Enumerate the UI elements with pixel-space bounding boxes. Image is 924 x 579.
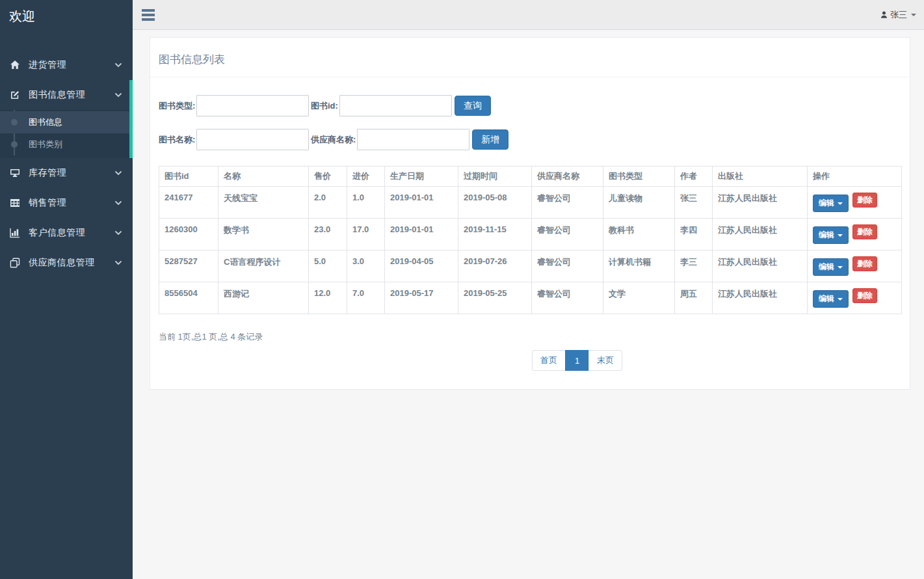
column-header: 图书id [159, 167, 218, 187]
column-header: 名称 [218, 167, 309, 187]
page-button-0[interactable]: 首页 [532, 350, 566, 371]
table-cell: 文学 [603, 282, 675, 314]
book-list-panel: 图书信息列表 图书类型: 图书id: 查询 图书名称: [150, 37, 910, 390]
user-name: 张三 [890, 9, 907, 21]
sidebar-block-3: 销售管理 [0, 188, 133, 218]
user-icon [880, 10, 888, 19]
chevron-down-icon [114, 91, 122, 99]
column-header: 出版社 [713, 167, 808, 187]
sidebar-item-5[interactable]: 供应商信息管理 [0, 248, 133, 278]
table-cell: 数学书 [218, 219, 309, 250]
table-cell: 江苏人民出版社 [713, 219, 808, 250]
sidebar-block-0: 进货管理 [0, 50, 133, 80]
chevron-down-icon [114, 61, 122, 69]
table-cell: 17.0 [347, 219, 385, 250]
actions-cell: 编辑删除 [808, 250, 902, 282]
divider [150, 77, 910, 77]
caret-down-icon [838, 234, 843, 237]
sidebar-item-label: 客户信息管理 [29, 227, 114, 239]
search-row-1: 图书类型: 图书id: 查询 [159, 95, 902, 116]
menu-toggle-icon[interactable] [142, 6, 155, 24]
chevron-down-icon [911, 14, 916, 16]
delete-button[interactable]: 删除 [852, 224, 877, 239]
table-cell: 2019-05-25 [458, 282, 532, 314]
sidebar: 欢迎 进货管理图书信息管理图书信息图书类别库存管理销售管理客户信息管理供应商信息… [0, 0, 133, 579]
sidebar-block-4: 客户信息管理 [0, 218, 133, 248]
page-title: 图书信息列表 [159, 52, 902, 67]
book-name-input[interactable] [196, 129, 309, 150]
edit-button[interactable]: 编辑 [813, 195, 849, 212]
column-header: 售价 [309, 167, 347, 187]
chevron-down-icon [114, 199, 122, 207]
sidebar-block-1: 图书信息管理图书信息图书类别 [0, 80, 133, 158]
table-cell: 教科书 [603, 219, 675, 250]
sidebar-item-label: 销售管理 [29, 197, 114, 209]
table-row: 5287527C语言程序设计5.03.02019-04-052019-07-26… [159, 250, 902, 282]
bar-chart-icon [10, 228, 21, 238]
sidebar-subitem-label: 图书类别 [29, 139, 62, 150]
table-cell: 天线宝宝 [218, 187, 309, 219]
content-area: 图书信息列表 图书类型: 图书id: 查询 图书名称: [133, 30, 924, 390]
edit-button[interactable]: 编辑 [813, 290, 849, 308]
sidebar-item-3[interactable]: 销售管理 [0, 188, 133, 218]
sidebar-item-1[interactable]: 图书信息管理 [0, 80, 133, 110]
table-cell: 睿智公司 [532, 219, 603, 250]
table-cell: 2019-07-26 [458, 250, 532, 282]
sidebar-item-2[interactable]: 库存管理 [0, 158, 133, 188]
column-header: 作者 [675, 167, 713, 187]
sidebar-item-4[interactable]: 客户信息管理 [0, 218, 133, 248]
sidebar-subitem-1-0[interactable]: 图书信息 [0, 111, 133, 133]
edit-button-label: 编辑 [819, 262, 834, 273]
edit-button[interactable]: 编辑 [813, 258, 849, 276]
table-cell: 1.0 [347, 187, 385, 219]
dot-icon [11, 119, 18, 126]
query-button[interactable]: 查询 [455, 96, 491, 116]
column-header: 供应商名称 [532, 167, 603, 187]
column-header: 操作 [808, 167, 902, 187]
user-menu[interactable]: 张三 [880, 9, 916, 21]
table-cell: 2019-05-17 [385, 282, 458, 314]
sidebar-menu: 进货管理图书信息管理图书信息图书类别库存管理销售管理客户信息管理供应商信息管理 [0, 50, 133, 278]
table-cell: 西游记 [218, 282, 309, 314]
table-cell: 2019-04-05 [385, 250, 458, 282]
table-cell: 2019-01-01 [385, 219, 458, 250]
add-button[interactable]: 新增 [472, 129, 508, 150]
edit-button-label: 编辑 [819, 230, 834, 241]
topbar: 张三 [133, 0, 924, 30]
delete-button[interactable]: 删除 [852, 256, 877, 271]
sidebar-subitem-label: 图书信息 [29, 116, 62, 128]
table-cell: 计算机书籍 [603, 250, 675, 282]
edit-button[interactable]: 编辑 [813, 226, 849, 244]
page-button-1[interactable]: 1 [565, 350, 589, 371]
book-table: 图书id名称售价进价生产日期过期时间供应商名称图书类型作者出版社操作241677… [159, 166, 902, 314]
sidebar-item-0[interactable]: 进货管理 [0, 50, 133, 80]
table-cell: 睿智公司 [532, 250, 603, 282]
table-cell: 8556504 [159, 282, 218, 314]
page-button-2[interactable]: 末页 [588, 350, 622, 371]
copy-icon [10, 258, 21, 268]
sidebar-block-2: 库存管理 [0, 158, 133, 188]
caret-down-icon [838, 266, 843, 269]
search-row-2: 图书名称: 供应商名称: 新增 [159, 129, 902, 150]
sidebar-subitem-1-1[interactable]: 图书类别 [0, 133, 133, 155]
delete-button[interactable]: 删除 [852, 288, 877, 303]
table-row: 1260300数学书23.017.02019-01-012019-11-15睿智… [159, 219, 902, 250]
book-name-label: 图书名称: [159, 134, 195, 146]
table-cell: 1260300 [159, 219, 218, 250]
chevron-down-icon [114, 229, 122, 237]
book-id-label: 图书id: [311, 100, 338, 112]
sidebar-item-label: 供应商信息管理 [29, 257, 114, 269]
sidebar-item-label: 进货管理 [29, 59, 114, 71]
table-cell: 7.0 [347, 282, 385, 314]
edit-button-label: 编辑 [819, 198, 834, 209]
supplier-name-input[interactable] [357, 129, 469, 150]
column-header: 进价 [347, 167, 385, 187]
sidebar-item-label: 库存管理 [29, 167, 114, 179]
book-id-input[interactable] [339, 95, 452, 116]
book-type-input[interactable] [196, 95, 309, 116]
delete-button[interactable]: 删除 [852, 193, 877, 208]
column-header: 图书类型 [603, 167, 675, 187]
table-row: 241677天线宝宝2.01.02019-01-012019-05-08睿智公司… [159, 187, 902, 219]
table-cell: 5.0 [309, 250, 347, 282]
table-cell: 2019-11-15 [458, 219, 532, 250]
